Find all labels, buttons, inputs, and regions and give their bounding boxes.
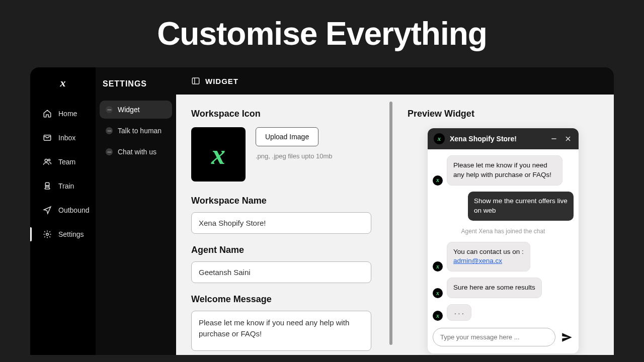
hero-title: Customise Everything [0, 0, 644, 67]
chat-icon [106, 106, 113, 113]
message-text: Show me the current offers live on web [468, 192, 574, 221]
message-bot-typing: x . . . [433, 304, 574, 321]
close-icon[interactable] [564, 134, 573, 143]
welcome-message-label: Welcome Message [191, 294, 377, 305]
nav-label: Home [58, 110, 77, 118]
svg-point-14 [109, 151, 110, 152]
bot-avatar: x [433, 261, 443, 272]
upload-hint: .png, .jpeg files upto 10mb [256, 152, 333, 160]
preview-title: Preview Widget [408, 109, 599, 119]
message-user: Show me the current offers live on web [433, 192, 574, 221]
nav-label: Inbox [58, 134, 75, 142]
main-area: Workspace Icon x Upload Image .png, .jpe… [176, 95, 614, 355]
message-text: Sure here are some results [447, 278, 542, 298]
message-bot: x Sure here are some results [433, 278, 574, 298]
chat-widget: x Xena Shopify Store! x Please let me kn… [428, 128, 579, 353]
nav-item-team[interactable]: Team [30, 150, 96, 174]
agent-name-label: Agent Name [191, 245, 377, 255]
send-icon [42, 205, 52, 215]
nav-rail: x Home Inbox Team Train [30, 67, 96, 355]
svg-point-8 [109, 109, 110, 110]
workspace-name-label: Workspace Name [191, 196, 377, 206]
svg-point-6 [46, 233, 49, 236]
contact-text: You can contact us on : [453, 248, 524, 255]
bot-avatar: x [433, 288, 443, 298]
svg-point-12 [110, 130, 111, 131]
system-message: Agent Xena has joined the chat [433, 227, 574, 236]
svg-rect-16 [192, 78, 199, 84]
team-icon [42, 157, 52, 167]
svg-point-15 [110, 151, 111, 152]
widget-avatar: x [434, 133, 445, 144]
settings-item-label: Widget [118, 106, 140, 114]
nav-item-outbound[interactable]: Outbound [30, 198, 96, 222]
settings-item-widget[interactable]: Widget [100, 101, 172, 119]
typing-indicator: . . . [447, 304, 471, 321]
message-text: Please let me know if you need any help … [447, 155, 562, 186]
svg-rect-3 [45, 183, 49, 187]
nav-label: Team [58, 158, 75, 166]
content: WIDGET Workspace Icon x Upload Image .pn… [176, 67, 614, 355]
send-button[interactable] [560, 331, 574, 344]
content-header: WIDGET [176, 67, 614, 95]
home-icon [42, 109, 52, 119]
nav-item-settings[interactable]: Settings [30, 222, 96, 246]
bot-avatar: x [433, 311, 443, 321]
widget-header: x Xena Shopify Store! [428, 128, 579, 149]
chat-footer [428, 324, 579, 353]
settings-title: SETTINGS [100, 76, 172, 101]
app-logo: x [30, 76, 96, 89]
minimize-icon[interactable] [549, 134, 558, 143]
inbox-icon [42, 133, 52, 143]
nav-item-inbox[interactable]: Inbox [30, 126, 96, 150]
svg-point-10 [107, 130, 108, 131]
settings-item-chat-with-us[interactable]: Chat with us [100, 143, 172, 161]
chat-icon [106, 127, 113, 134]
settings-item-talk-to-human[interactable]: Talk to human [100, 122, 172, 140]
panels-icon [191, 76, 200, 85]
chat-body: x Please let me know if you need any hel… [428, 149, 579, 324]
gear-icon [42, 229, 52, 239]
nav-label: Outbound [58, 206, 90, 214]
train-icon [42, 181, 52, 191]
settings-item-label: Talk to human [118, 127, 162, 135]
settings-panel: SETTINGS Widget Talk to human Chat with … [96, 67, 176, 355]
message-text: You can contact us on : admin@xena.cx [447, 242, 530, 272]
nav-item-train[interactable]: Train [30, 174, 96, 198]
bot-avatar: x [433, 175, 443, 186]
svg-point-4 [46, 186, 47, 187]
message-bot: x You can contact us on : admin@xena.cx [433, 242, 574, 272]
app-window: x Home Inbox Team Train [30, 67, 614, 355]
svg-point-2 [48, 159, 50, 161]
message-bot: x Please let me know if you need any hel… [433, 155, 574, 186]
workspace-name-input[interactable] [191, 212, 371, 234]
chat-icon [106, 148, 113, 155]
svg-point-13 [107, 151, 108, 152]
content-header-title: WIDGET [205, 77, 238, 85]
upload-image-button[interactable]: Upload Image [256, 127, 318, 146]
svg-point-9 [110, 109, 111, 110]
chat-input[interactable] [433, 328, 555, 346]
settings-item-label: Chat with us [118, 148, 156, 156]
nav-label: Train [58, 182, 74, 190]
nav-label: Settings [58, 230, 84, 238]
widget-title: Xena Shopify Store! [450, 135, 544, 143]
svg-point-7 [107, 109, 108, 110]
nav-item-home[interactable]: Home [30, 102, 96, 126]
workspace-icon-preview: x [191, 127, 246, 182]
workspace-icon-label: Workspace Icon [191, 109, 377, 119]
svg-point-1 [45, 159, 47, 161]
welcome-message-input[interactable]: Please let me know if you need any help … [191, 311, 371, 351]
preview-column: Preview Widget x Xena Shopify Store! [392, 95, 614, 355]
contact-email-link[interactable]: admin@xena.cx [453, 257, 502, 264]
svg-point-11 [109, 130, 110, 131]
agent-name-input[interactable] [191, 261, 371, 283]
form-column: Workspace Icon x Upload Image .png, .jpe… [176, 95, 392, 355]
svg-point-5 [48, 186, 49, 187]
